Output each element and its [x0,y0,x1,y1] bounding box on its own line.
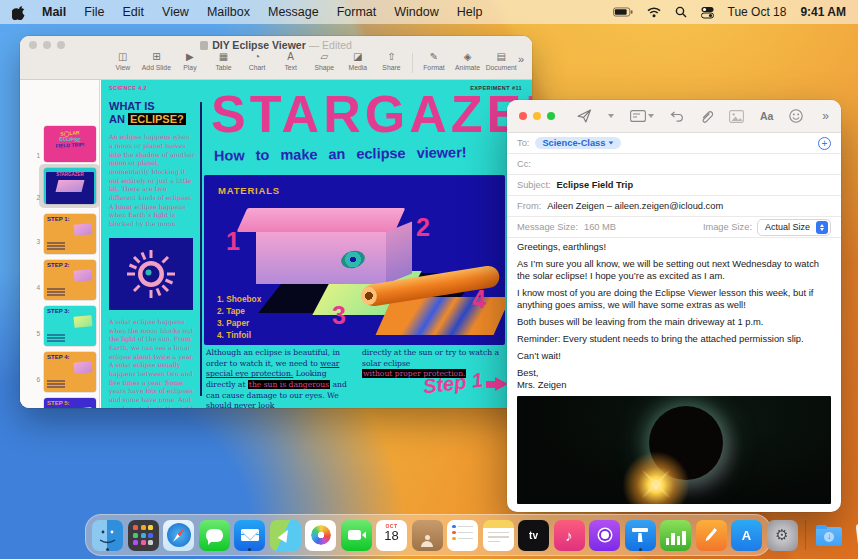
add-contact-button[interactable]: + [818,137,831,150]
menu-item-mailbox[interactable]: Mailbox [207,5,250,19]
menu-item-window[interactable]: Window [394,5,438,19]
slide-thumbnail-2[interactable]: STARGAZER [44,168,96,204]
dock-pages[interactable] [696,520,727,551]
slide-left-column: WHAT IS AN ECLIPSE? An eclipse happens w… [109,100,195,408]
slide-title: STARGAZER [211,84,532,144]
thumb-body-lines [47,379,65,390]
play-button[interactable]: ▶Play [173,51,207,71]
eclipse-photo-attachment[interactable] [517,396,831,504]
body-paragraph: As I’m sure you all know, we will be set… [517,258,831,282]
body-paragraph: Both buses will be leaving from the main… [517,316,831,328]
format-button[interactable]: ✎Format [417,51,451,71]
message-body[interactable]: Greetings, earthlings! As I’m sure you a… [517,241,831,396]
slide-thumbnail-4[interactable]: STEP 2: [44,260,96,300]
dock-safari[interactable] [163,520,194,551]
shape-button[interactable]: ▱Shape [307,51,341,71]
dock-maps[interactable] [270,520,301,551]
text-icon: A [274,51,308,63]
dock-downloads[interactable]: ↓ [814,520,845,551]
attachment-icon[interactable] [700,109,713,123]
view-button[interactable]: ◫View [106,51,140,71]
insert-photo-icon[interactable] [729,110,744,123]
menu-time[interactable]: 9:41 AM [800,5,846,19]
cc-field[interactable]: Cc: [507,154,841,175]
menu-bar: Mail File Edit View Mailbox Message Form… [0,0,858,24]
dock-photos[interactable] [305,520,336,551]
mail-toolbar[interactable]: Aa » [507,100,841,133]
dock-messages[interactable] [199,520,230,551]
dock-contacts[interactable] [412,520,443,551]
from-field[interactable]: From: Aileen Zeigen – aileen.zeigen@iclo… [507,196,841,217]
thumb-step-label: STEP 5: [47,400,70,406]
wifi-icon[interactable] [647,7,661,18]
dock-numbers[interactable] [660,520,691,551]
menu-date[interactable]: Tue Oct 18 [728,5,787,19]
search-icon[interactable] [675,6,687,18]
menu-item-help[interactable]: Help [457,5,483,19]
dock-trash[interactable] [849,520,858,551]
subject-field[interactable]: Subject: Eclipse Field Trip [507,175,841,196]
dock-music[interactable]: ♪ [554,520,585,551]
text-button[interactable]: AText [274,51,308,71]
media-button[interactable]: ◪Media [341,51,375,71]
image-size-popup[interactable]: Actual Size [757,219,831,236]
slide-canvas[interactable]: SCIENCE 4.2 EXPERIMENT #11 WHAT IS AN EC… [101,80,532,408]
keynote-titlebar[interactable]: DIY Eclipse Viewer — Edited ◫View ⊞Add S… [20,36,532,80]
zoom-button[interactable] [547,112,555,120]
send-options-chevron-icon[interactable] [608,114,614,118]
animate-button[interactable]: ◈Animate [451,51,485,71]
slide-thumbnail-7[interactable]: STEP 5: [44,398,96,408]
play-icon: ▶ [173,51,207,63]
menu-item-edit[interactable]: Edit [122,5,144,19]
dock-app-store[interactable]: A [731,520,762,551]
dock-keynote[interactable] [625,520,656,551]
control-center-icon[interactable] [701,6,714,19]
mail-header-fields: To: Science-Class + Cc: Subject: Eclipse… [507,133,841,238]
document-button[interactable]: ▤Document [484,51,518,71]
toolbar-overflow-icon[interactable]: » [518,51,524,65]
thumb-step-label: STEP 2: [47,262,70,268]
table-button[interactable]: ▦Table [207,51,241,71]
close-button[interactable] [519,112,527,120]
header-fields-button[interactable] [630,110,654,122]
recipient-token[interactable]: Science-Class [535,137,621,149]
slide-thumbnail-1[interactable]: S◯LAR ECLIPSE FIELD TRIP! [44,126,96,162]
menu-item-mail[interactable]: Mail [42,5,66,19]
dock-system-settings[interactable]: ⚙ [767,520,798,551]
undo-icon[interactable] [670,111,684,122]
menu-item-message[interactable]: Message [268,5,319,19]
slide-thumbnail-3[interactable]: STEP 1: [44,214,96,254]
dock-calendar[interactable]: OCT 18 [376,520,407,551]
format-text-button[interactable]: Aa [760,110,773,122]
dock-podcasts[interactable] [589,520,620,551]
menu-item-file[interactable]: File [84,5,104,19]
document-panel-icon: ▤ [484,51,518,63]
dock-tv[interactable]: tv [518,520,549,551]
to-field[interactable]: To: Science-Class + [507,133,841,154]
science-label: SCIENCE 4.2 [109,85,147,91]
slide-thumbnail-6[interactable]: STEP 4: [44,352,96,392]
dock-mail[interactable] [234,520,265,551]
battery-icon[interactable] [613,7,633,17]
send-button[interactable] [577,109,592,123]
slide-thumbnail-5[interactable]: STEP 3: [44,306,96,346]
minimize-button[interactable] [533,112,541,120]
dock-launchpad[interactable] [128,520,159,551]
emoji-icon[interactable] [789,109,803,123]
dock-notes[interactable] [483,520,514,551]
dock-reminders[interactable] [447,520,478,551]
slide-number: 1 [22,152,40,159]
subject-value: Eclipse Field Trip [557,180,633,190]
size-row: Message Size: 160 MB Image Size: Actual … [507,217,841,238]
chart-button[interactable]: ◔Chart [240,51,274,71]
dock-finder[interactable] [92,520,123,551]
message-size-value: 160 MB [584,222,616,232]
apple-menu-icon[interactable] [12,4,26,20]
share-button[interactable]: ⇧Share [375,51,409,71]
menu-item-view[interactable]: View [162,5,189,19]
dock-divider [805,520,806,550]
toolbar-overflow-icon[interactable]: » [822,109,829,123]
add-slide-button[interactable]: ⊞Add Slide [140,51,174,71]
menu-item-format[interactable]: Format [337,5,377,19]
dock-facetime[interactable] [341,520,372,551]
